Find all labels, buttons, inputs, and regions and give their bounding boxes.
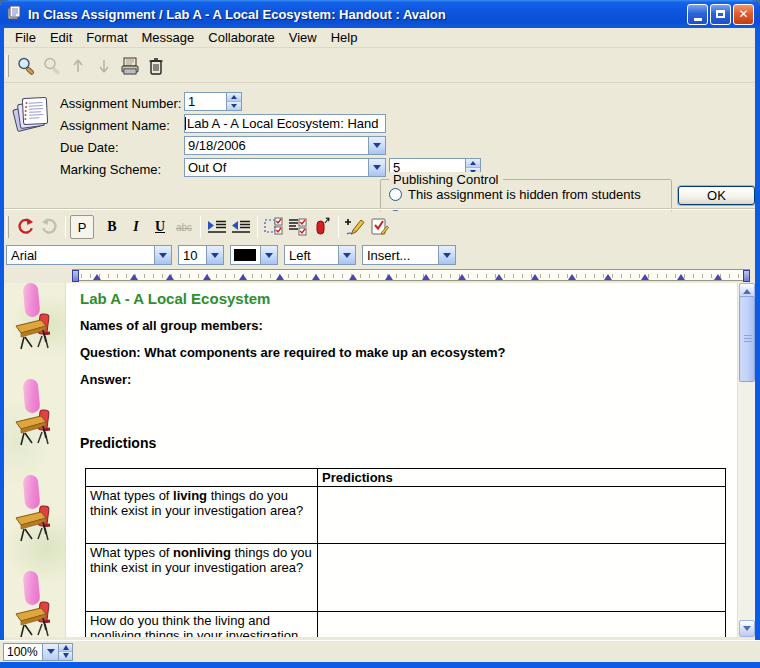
toolbar-separator bbox=[200, 216, 201, 238]
font-size-combobox[interactable]: 10 bbox=[178, 245, 224, 265]
assignment-number-spin-buttons[interactable] bbox=[226, 93, 241, 110]
italic-button[interactable]: I bbox=[124, 215, 148, 239]
tab-stop-marker[interactable] bbox=[166, 274, 174, 280]
tab-stop-marker[interactable] bbox=[130, 274, 138, 280]
editor-toolbar: P B I U abc bbox=[4, 211, 755, 243]
close-icon: ✕ bbox=[738, 8, 748, 20]
search-button[interactable] bbox=[13, 53, 39, 79]
tab-stop-marker[interactable] bbox=[203, 274, 211, 280]
radio-hidden-from-students[interactable]: This assignment is hidden from students bbox=[389, 187, 641, 202]
menu-message[interactable]: Message bbox=[135, 28, 202, 47]
underline-button[interactable]: U bbox=[148, 215, 172, 239]
radio-unselected-icon[interactable] bbox=[389, 188, 402, 201]
vertical-scrollbar[interactable] bbox=[737, 283, 755, 637]
alignment-combobox[interactable]: Left bbox=[284, 245, 356, 265]
left-indent-marker[interactable] bbox=[72, 270, 79, 282]
marker-button[interactable] bbox=[310, 215, 334, 239]
indent-button[interactable] bbox=[205, 215, 229, 239]
tab-stop-marker[interactable] bbox=[349, 274, 357, 280]
ruler-track[interactable] bbox=[72, 269, 750, 281]
assignment-name-input[interactable]: Lab A - A Local Ecosystem: Hand bbox=[184, 114, 386, 133]
answer-cell[interactable] bbox=[318, 544, 726, 612]
answer-cell[interactable] bbox=[318, 487, 726, 544]
tab-stop-marker[interactable] bbox=[458, 274, 466, 280]
insert-combobox[interactable]: Insert... bbox=[362, 245, 456, 265]
marking-scheme-dropdown-button[interactable] bbox=[368, 159, 385, 176]
tab-stop-marker[interactable] bbox=[239, 274, 247, 280]
grade-checkbox-button[interactable] bbox=[367, 215, 391, 239]
minimize-button[interactable] bbox=[687, 4, 708, 25]
bold-button[interactable]: B bbox=[100, 215, 124, 239]
font-color-combobox[interactable] bbox=[230, 245, 278, 265]
ruler bbox=[4, 267, 755, 283]
question-text: What types of bbox=[90, 488, 173, 503]
menu-edit[interactable]: Edit bbox=[43, 28, 79, 47]
menu-file[interactable]: File bbox=[8, 28, 43, 47]
school-desk-icon bbox=[12, 597, 56, 637]
ok-button[interactable]: OK bbox=[678, 186, 755, 205]
document-area[interactable]: Lab A - A Local Ecosystem Names of all g… bbox=[4, 283, 737, 637]
tab-stop-marker[interactable] bbox=[422, 274, 430, 280]
zoom-spin-buttons[interactable] bbox=[59, 643, 73, 661]
maximize-button[interactable] bbox=[710, 4, 731, 25]
question-text: What types of bbox=[90, 545, 173, 560]
menu-help[interactable]: Help bbox=[324, 28, 365, 47]
outdent-button[interactable] bbox=[229, 215, 253, 239]
tab-stop-marker[interactable] bbox=[641, 274, 649, 280]
arrow-up-disabled-icon bbox=[70, 58, 86, 74]
scroll-down-button[interactable] bbox=[739, 620, 755, 637]
font-color-dropdown-button[interactable] bbox=[260, 246, 277, 264]
font-family-combobox[interactable]: Arial bbox=[6, 245, 172, 265]
menu-format[interactable]: Format bbox=[79, 28, 134, 47]
tab-stop-marker[interactable] bbox=[677, 274, 685, 280]
undo-button[interactable] bbox=[13, 215, 37, 239]
tab-stop-marker[interactable] bbox=[495, 274, 503, 280]
tab-stop-marker[interactable] bbox=[604, 274, 612, 280]
tab-stop-marker[interactable] bbox=[568, 274, 576, 280]
scrollbar-thumb[interactable] bbox=[739, 296, 755, 382]
answer-cell[interactable] bbox=[318, 612, 726, 638]
tab-stop-marker[interactable] bbox=[312, 274, 320, 280]
assignment-number-spinner[interactable]: 1 bbox=[184, 92, 242, 111]
toolbar-separator bbox=[338, 216, 339, 238]
due-date-dropdown-button[interactable] bbox=[368, 137, 385, 154]
titlebar[interactable]: In Class Assignment / Lab A - A Local Ec… bbox=[0, 0, 760, 28]
paragraph-button[interactable]: P bbox=[70, 215, 94, 239]
right-indent-marker[interactable] bbox=[743, 270, 750, 282]
delete-button[interactable] bbox=[143, 53, 169, 79]
tab-stop-marker[interactable] bbox=[714, 274, 722, 280]
strikethrough-button: abc bbox=[172, 215, 196, 239]
tab-stop-marker[interactable] bbox=[276, 274, 284, 280]
answer-list-button[interactable] bbox=[286, 215, 310, 239]
alignment-dropdown-button[interactable] bbox=[338, 246, 355, 264]
window-border-right bbox=[755, 28, 760, 668]
doc-line-answer: Answer: bbox=[80, 372, 131, 387]
document-content[interactable]: Lab A - A Local Ecosystem Names of all g… bbox=[67, 283, 737, 637]
chevron-down-icon bbox=[159, 253, 167, 258]
tab-stop-marker[interactable] bbox=[385, 274, 393, 280]
ok-button-label: OK bbox=[707, 188, 726, 203]
add-annotation-button[interactable] bbox=[343, 215, 367, 239]
predictions-table: Predictions What types of living things … bbox=[85, 468, 726, 637]
due-date-combobox[interactable]: 9/18/2006 bbox=[184, 136, 386, 155]
zoom-value[interactable]: 100% bbox=[3, 643, 43, 661]
zoom-dropdown-button[interactable] bbox=[43, 643, 59, 661]
font-size-dropdown-button[interactable] bbox=[206, 246, 223, 264]
toolbar-grip[interactable] bbox=[6, 216, 9, 238]
menu-view[interactable]: View bbox=[282, 28, 324, 47]
toolbar-grip[interactable] bbox=[6, 55, 9, 77]
tab-stop-marker[interactable] bbox=[93, 274, 101, 280]
toolbar-separator bbox=[257, 216, 258, 238]
marking-scheme-combobox[interactable]: Out Of bbox=[184, 158, 386, 177]
tab-stop-marker[interactable] bbox=[531, 274, 539, 280]
margin-tile bbox=[4, 571, 66, 637]
select-answers-button[interactable] bbox=[262, 215, 286, 239]
insert-dropdown-button[interactable] bbox=[438, 246, 455, 264]
menu-collaborate[interactable]: Collaborate bbox=[201, 28, 282, 47]
zoom-control[interactable]: 100% bbox=[3, 643, 73, 661]
font-family-dropdown-button[interactable] bbox=[154, 246, 171, 264]
minimize-icon bbox=[694, 18, 702, 21]
print-button[interactable] bbox=[117, 53, 143, 79]
question-cell: How do you think the living and nonlivin… bbox=[86, 612, 318, 638]
close-button[interactable]: ✕ bbox=[733, 4, 754, 25]
